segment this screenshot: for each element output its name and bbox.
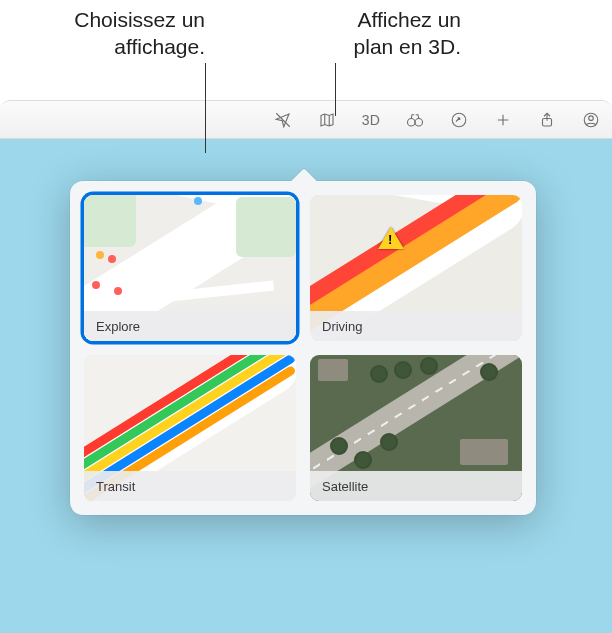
maps-window: 3D	[0, 100, 612, 633]
location-arrow-icon[interactable]	[270, 107, 296, 133]
toolbar: 3D	[0, 101, 612, 139]
tile-label: Driving	[310, 311, 522, 341]
callout-show-3d: Affichez un plan en 3D.	[330, 6, 461, 61]
share-icon[interactable]	[534, 107, 560, 133]
mode-grid: Explore Driving	[84, 195, 522, 501]
mode-tile-transit[interactable]: Transit	[84, 355, 296, 501]
tile-label: Transit	[84, 471, 296, 501]
svg-point-3	[408, 118, 416, 126]
directions-icon[interactable]	[446, 107, 472, 133]
tile-label: Satellite	[310, 471, 522, 501]
binoculars-icon[interactable]	[402, 107, 428, 133]
account-icon[interactable]	[578, 107, 604, 133]
tile-label: Explore	[84, 311, 296, 341]
map-mode-icon[interactable]	[314, 107, 340, 133]
3d-label: 3D	[362, 112, 381, 128]
callout-line	[205, 63, 206, 153]
mode-tile-driving[interactable]: Driving	[310, 195, 522, 341]
mode-tile-satellite[interactable]: Satellite	[310, 355, 522, 501]
callout-choose-view: Choisissez un affichage.	[50, 6, 205, 61]
svg-point-4	[415, 118, 423, 126]
svg-point-5	[452, 113, 466, 127]
callout-line	[335, 63, 336, 116]
map-canvas[interactable]: Explore Driving	[0, 139, 612, 633]
mode-tile-explore[interactable]: Explore	[84, 195, 296, 341]
map-mode-popover: Explore Driving	[70, 181, 536, 515]
3d-button[interactable]: 3D	[358, 107, 384, 133]
svg-point-11	[589, 115, 594, 120]
callouts-region: Choisissez un affichage. Affichez un pla…	[0, 0, 612, 100]
plus-icon[interactable]	[490, 107, 516, 133]
